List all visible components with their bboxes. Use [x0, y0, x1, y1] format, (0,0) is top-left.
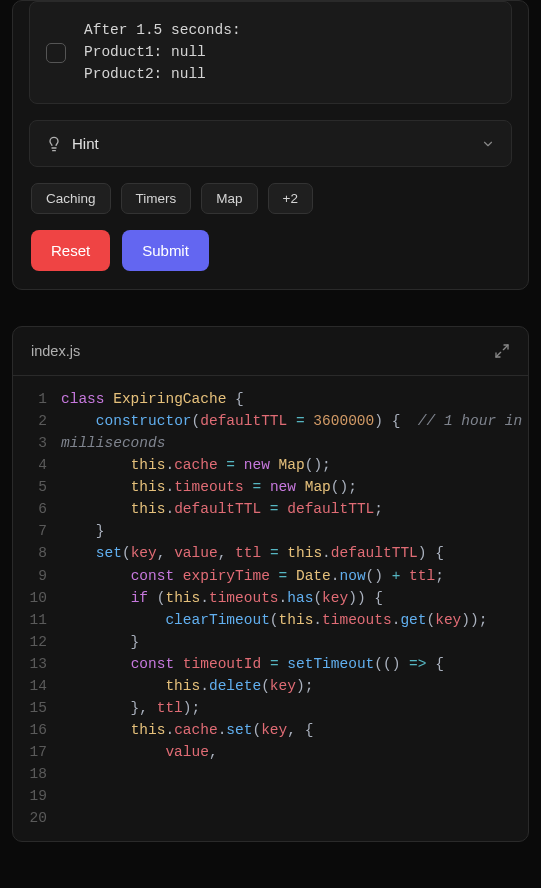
- challenge-card: After 1.5 seconds: Product1: null Produc…: [12, 0, 529, 290]
- line-gutter: 1234567891011121314151617181920: [13, 388, 61, 829]
- buttons-row: Reset Submit: [29, 230, 512, 285]
- filename: index.js: [31, 343, 80, 359]
- expand-icon[interactable]: [494, 343, 510, 359]
- reset-button[interactable]: Reset: [31, 230, 110, 271]
- output-text: After 1.5 seconds: Product1: null Produc…: [84, 20, 241, 85]
- code-area[interactable]: 1234567891011121314151617181920 class Ex…: [13, 376, 528, 841]
- hint-label: Hint: [72, 135, 99, 152]
- code-lines[interactable]: class ExpiringCache { constructor(defaul…: [61, 388, 528, 829]
- editor-header: index.js: [13, 327, 528, 376]
- tag-more[interactable]: +2: [268, 183, 313, 214]
- tag-map[interactable]: Map: [201, 183, 257, 214]
- hint-accordion[interactable]: Hint: [29, 120, 512, 167]
- editor-panel: index.js 1234567891011121314151617181920…: [12, 326, 529, 842]
- tags-row: Caching Timers Map +2: [29, 183, 512, 214]
- submit-button[interactable]: Submit: [122, 230, 209, 271]
- svg-line-0: [503, 345, 508, 350]
- output-checkbox[interactable]: [46, 43, 66, 63]
- chevron-down-icon: [481, 137, 495, 151]
- svg-line-1: [496, 353, 501, 358]
- tag-timers[interactable]: Timers: [121, 183, 192, 214]
- lightbulb-icon: [46, 136, 62, 152]
- tag-caching[interactable]: Caching: [31, 183, 111, 214]
- expected-output-box: After 1.5 seconds: Product1: null Produc…: [29, 1, 512, 104]
